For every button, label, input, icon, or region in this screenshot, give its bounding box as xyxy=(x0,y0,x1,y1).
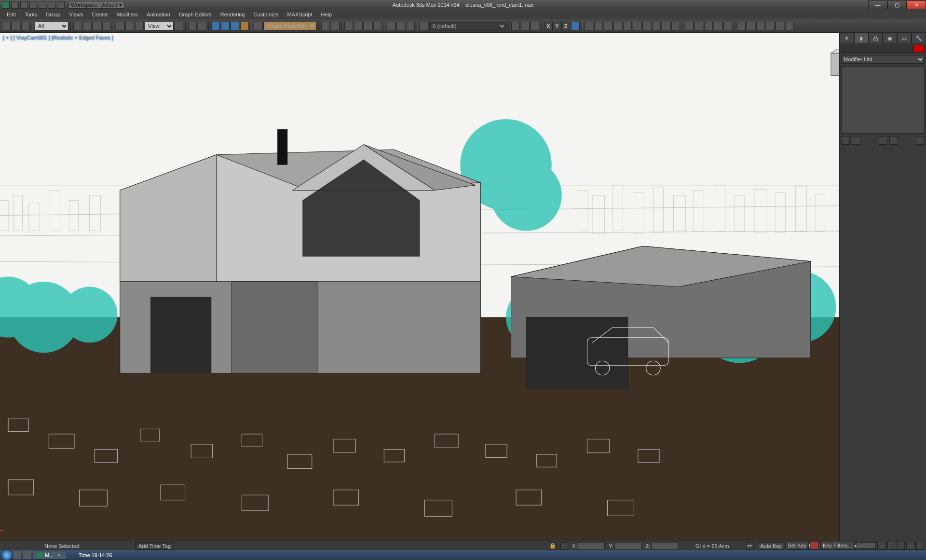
edit-named-sel-icon[interactable] xyxy=(254,22,262,30)
remove-modifier-icon[interactable] xyxy=(889,136,898,145)
keyfilters-button[interactable]: Key Filters... xyxy=(820,542,855,549)
extra-tool-1-icon[interactable] xyxy=(585,22,593,30)
render-production-icon[interactable] xyxy=(406,22,415,30)
setkey-button[interactable] xyxy=(811,542,818,549)
layer-dropdown[interactable]: 0 (default) xyxy=(429,22,506,30)
start-button[interactable] xyxy=(2,550,12,560)
modifier-stack[interactable] xyxy=(841,66,925,134)
zoom-extents-all-icon[interactable] xyxy=(887,542,895,549)
extra-tool-5-icon[interactable] xyxy=(623,22,632,30)
infocenter-exchange-icon[interactable] xyxy=(835,1,843,9)
material-editor-icon[interactable] xyxy=(373,22,382,30)
unlink-icon[interactable] xyxy=(12,22,20,30)
extra-tool-18-icon[interactable] xyxy=(756,22,765,30)
infocenter-star-icon[interactable] xyxy=(845,1,853,9)
mirror-icon[interactable] xyxy=(321,22,330,30)
window-crossing-icon[interactable] xyxy=(102,22,111,30)
extra-tool-15-icon[interactable] xyxy=(723,22,732,30)
extra-tool-19-icon[interactable] xyxy=(766,22,775,30)
menu-customize[interactable]: Customize xyxy=(250,11,283,18)
fov-icon[interactable] xyxy=(897,542,905,549)
add-to-layer-icon[interactable] xyxy=(511,22,520,30)
extra-tool-4-icon[interactable] xyxy=(613,22,622,30)
configure-sets-icon[interactable] xyxy=(916,136,925,145)
layer-new-icon[interactable] xyxy=(420,22,428,30)
set-current-layer-icon[interactable] xyxy=(531,22,539,30)
layer-manager-icon[interactable] xyxy=(344,22,353,30)
menu-tools[interactable]: Tools xyxy=(21,11,41,18)
menu-create[interactable]: Create xyxy=(88,11,111,18)
tab-create[interactable]: ✳ xyxy=(840,33,854,43)
snaps-toggle-icon[interactable] xyxy=(211,22,220,30)
undo-icon[interactable] xyxy=(39,1,46,9)
rotate-icon[interactable] xyxy=(125,22,134,30)
select-region-icon[interactable] xyxy=(93,22,101,30)
extra-tool-7-icon[interactable] xyxy=(642,22,651,30)
curve-editor-icon[interactable] xyxy=(354,22,363,30)
select-name-icon[interactable] xyxy=(83,22,92,30)
new-icon[interactable] xyxy=(11,1,19,9)
scale-icon[interactable] xyxy=(135,22,144,30)
tab-display[interactable]: ▭ xyxy=(897,33,912,43)
object-name-field[interactable] xyxy=(841,45,913,53)
open-icon[interactable] xyxy=(20,1,28,9)
taskbar-pinned-2[interactable] xyxy=(23,551,31,559)
comm-center-icon[interactable]: ⊶ xyxy=(746,542,754,550)
lock-selection-icon[interactable]: 🔒 xyxy=(549,542,557,550)
absolute-mode-icon[interactable] xyxy=(560,542,568,550)
move-icon[interactable] xyxy=(116,22,124,30)
tab-hierarchy[interactable]: 品 xyxy=(869,33,883,43)
bind-spacewarp-icon[interactable] xyxy=(21,22,30,30)
autokey-label[interactable]: Auto Key xyxy=(758,542,784,550)
render-setup-icon[interactable] xyxy=(387,22,395,30)
extra-tool-11-icon[interactable] xyxy=(685,22,694,30)
tab-modify[interactable]: ◗ xyxy=(854,33,869,43)
selection-filter-dropdown[interactable]: All xyxy=(35,22,68,30)
transform-x-input[interactable] xyxy=(578,543,605,549)
tab-utilities[interactable]: 🔧 xyxy=(912,33,926,43)
save-icon[interactable] xyxy=(29,1,37,9)
extra-tool-21-icon[interactable] xyxy=(785,22,794,30)
axis-z-button[interactable]: Z xyxy=(561,22,570,30)
extra-tool-13-icon[interactable] xyxy=(704,22,713,30)
transform-y-input[interactable] xyxy=(614,543,641,549)
extra-tool-8-icon[interactable] xyxy=(652,22,661,30)
app-icon[interactable] xyxy=(2,1,10,9)
extra-tool-14-icon[interactable] xyxy=(714,22,722,30)
infocenter-search-icon[interactable] xyxy=(826,1,833,9)
menu-edit[interactable]: Edit xyxy=(3,11,20,18)
infocenter-help-icon[interactable] xyxy=(855,1,862,9)
make-unique-icon[interactable] xyxy=(879,136,887,145)
extra-tool-12-icon[interactable] xyxy=(694,22,703,30)
spinner-snap-icon[interactable] xyxy=(240,22,249,30)
select-layer-icon[interactable] xyxy=(521,22,530,30)
addtimetag-button[interactable]: Add Time Tag xyxy=(135,542,174,550)
modifier-list-dropdown[interactable]: Modifier List xyxy=(841,55,925,64)
angle-snap-icon[interactable] xyxy=(221,22,230,30)
workspace-dropdown[interactable]: Workspace: Default ▾ xyxy=(68,1,124,9)
ref-coord-dropdown[interactable]: View xyxy=(145,22,174,30)
extra-tool-9-icon[interactable] xyxy=(662,22,670,30)
axis-x-button[interactable]: X xyxy=(544,22,553,30)
transform-z-input[interactable] xyxy=(651,543,678,549)
render-frame-icon[interactable] xyxy=(396,22,405,30)
tab-motion[interactable]: ◉ xyxy=(883,33,897,43)
menu-maxscript[interactable]: MAXScript xyxy=(284,11,316,18)
use-pivot-icon[interactable] xyxy=(175,22,183,30)
extra-tool-6-icon[interactable] xyxy=(633,22,641,30)
object-color-swatch[interactable] xyxy=(913,45,925,53)
minimize-button[interactable]: — xyxy=(868,0,887,9)
pin-stack-icon[interactable] xyxy=(841,136,850,145)
viewport-label[interactable]: [ + ] [ VrayCam001 ] [Realistic + Edged … xyxy=(3,35,113,41)
zoom-extents-icon[interactable] xyxy=(878,542,885,549)
menu-modifiers[interactable]: Modifiers xyxy=(112,11,142,18)
extra-tool-17-icon[interactable] xyxy=(747,22,755,30)
extra-tool-16-icon[interactable] xyxy=(737,22,746,30)
menu-grapheditors[interactable]: Graph Editors xyxy=(175,11,216,18)
align-icon[interactable] xyxy=(331,22,340,30)
select-link-icon[interactable] xyxy=(2,22,11,30)
viewport[interactable]: [ + ] [ VrayCam001 ] [Realistic + Edged … xyxy=(0,33,839,541)
taskbar-app-3dsmax[interactable]: M... × xyxy=(33,551,67,560)
extra-tool-2-icon[interactable] xyxy=(594,22,603,30)
schematic-view-icon[interactable] xyxy=(364,22,372,30)
